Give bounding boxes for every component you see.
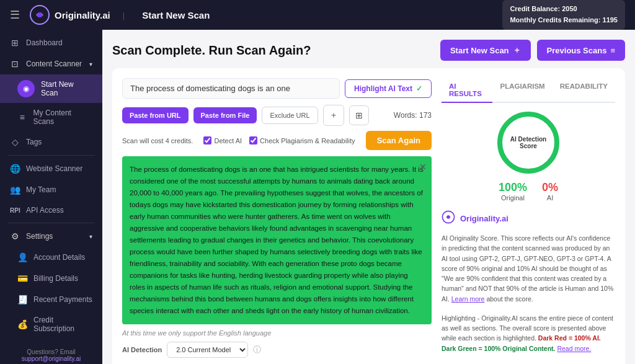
result-description-2: Highlighting - Originality.AI scans the … (442, 313, 615, 353)
logo-text: Originality.ai (55, 10, 110, 20)
scan-left-panel: Highlight AI Text ✓ Paste from URL Paste… (122, 78, 432, 364)
sidebar-item-my-content-scans[interactable]: ≡ My Content Scans (0, 103, 102, 131)
sidebar-item-label: Settings (26, 232, 53, 241)
svg-point-1 (37, 12, 42, 17)
exclude-url-button[interactable]: Exclude URL (262, 107, 318, 124)
sidebar-item-my-team[interactable]: 👥 My Team (0, 179, 102, 200)
originality-brand: Originality.ai (442, 210, 615, 227)
read-more-link[interactable]: Read more. (557, 345, 591, 352)
sidebar-item-start-new-scan[interactable]: ◉ Start New Scan (0, 74, 102, 103)
sidebar-item-label: My Team (26, 185, 56, 194)
billing-icon: 💳 (17, 273, 27, 283)
info-icon[interactable]: ⓘ (253, 344, 261, 355)
active-indicator: ◉ (17, 80, 35, 97)
highlight-ai-text-button[interactable]: Highlight AI Text ✓ (345, 79, 432, 98)
sidebar-item-billing-details[interactable]: 💳 Billing Details (0, 268, 102, 289)
score-circle-label: AI Detection Score (502, 136, 554, 149)
scan-header: Scan Complete. Run Scan Again? Start New… (112, 40, 625, 61)
logo-icon (30, 5, 50, 25)
sidebar-item-dashboard[interactable]: ⊞ Dashboard (0, 32, 102, 53)
originality-brand-icon (442, 210, 455, 227)
detect-ai-checkbox[interactable] (203, 136, 211, 144)
highlighted-text-block: ✕ The process of domesticating dogs is a… (122, 156, 432, 324)
content-scanner-icon: ⊡ (10, 59, 20, 69)
dashboard-icon: ⊞ (10, 38, 20, 48)
sidebar-item-label: Account Details (33, 253, 85, 262)
sidebar-item-label: API Access (26, 206, 64, 215)
new-scan-label: Start New Scan (450, 46, 509, 55)
account-icon: 👤 (17, 252, 27, 262)
sidebar-item-label: Website Scanner (26, 164, 82, 173)
sidebar-item-account-details[interactable]: 👤 Account Details (0, 247, 102, 268)
sidebar-item-tags[interactable]: ◇ Tags (0, 131, 102, 153)
paste-from-file-button[interactable]: Paste from File (193, 107, 257, 123)
credit-balance-label: Credit Balance: (510, 5, 560, 12)
logo: Originality.ai (30, 5, 110, 25)
payments-icon: 🧾 (17, 295, 27, 304)
prev-scans-label: Previous Scans (547, 46, 607, 55)
ai-percentage: 0% (542, 181, 558, 194)
support-email-link[interactable]: support@originality.ai (22, 355, 81, 362)
highlight-label: Highlight AI Text (354, 84, 412, 93)
hamburger-icon[interactable]: ☰ (10, 8, 20, 22)
sidebar-divider-2 (7, 223, 95, 223)
sidebar-item-content-scanner[interactable]: ⊡ Content Scanner ▾ (0, 53, 102, 74)
originality-brand-name: Originality.ai (460, 214, 508, 223)
sidebar-item-label: Start New Scan (41, 80, 92, 97)
plagiarism-checkbox-label[interactable]: Check Plagiarism & Readability (249, 136, 355, 144)
ai-detection-select[interactable]: 2.0 Current Model (167, 342, 248, 358)
paste-from-url-button[interactable]: Paste from URL (122, 107, 189, 123)
sidebar-item-label: Content Scanner (26, 60, 82, 68)
plagiarism-checkbox[interactable] (249, 136, 257, 144)
scan-icon: ◉ (23, 84, 29, 93)
sidebar-item-api-access[interactable]: RPI API Access (0, 200, 102, 220)
menu-icon: ≡ (610, 46, 615, 55)
language-note: At this time we only support the English… (122, 329, 432, 337)
sidebar-item-label: Billing Details (33, 274, 78, 283)
support-text: Questions? Email support@originality.ai (7, 346, 95, 364)
credit-balance-value: 2050 (562, 5, 577, 12)
svg-point-3 (446, 215, 450, 219)
close-highlight-button[interactable]: ✕ (419, 160, 427, 174)
main-content: Scan Complete. Run Scan Again? Start New… (102, 30, 635, 364)
learn-more-link[interactable]: Learn more (451, 295, 485, 303)
sidebar-item-recent-payments[interactable]: 🧾 Recent Payments (0, 289, 102, 310)
scan-text-input[interactable] (122, 78, 340, 99)
monthly-credits-value: 1195 (603, 16, 618, 24)
sidebar-bottom: Questions? Email support@originality.ai … (0, 341, 102, 364)
tags-icon: ◇ (10, 137, 20, 147)
chevron-down-icon-2: ▾ (89, 233, 92, 240)
tab-plagiarism[interactable]: PLAGIARISM (492, 78, 552, 103)
tab-readability[interactable]: READABILITY (553, 78, 615, 103)
add-icon-button[interactable]: ＋ (323, 105, 344, 126)
original-score: 100% Original (499, 181, 527, 202)
ai-label: AI (542, 194, 558, 202)
sidebar-item-website-scanner[interactable]: 🌐 Website Scanner (0, 158, 102, 179)
sidebar: ⊞ Dashboard ⊡ Content Scanner ▾ ◉ Start … (0, 30, 102, 364)
monthly-credits-label: Monthly Credits Remaining: (510, 16, 600, 24)
scan-again-button[interactable]: Scan Again (366, 131, 432, 150)
checkmark-icon: ✓ (416, 84, 422, 93)
sidebar-item-label: My Content Scans (33, 109, 92, 126)
sidebar-item-label: Recent Payments (33, 295, 92, 304)
api-icon: RPI (10, 207, 20, 214)
chevron-down-icon: ▾ (89, 61, 92, 68)
result-tabs: AI RESULTS PLAGIARISM READABILITY (442, 78, 615, 103)
start-new-scan-button[interactable]: Start New Scan ＋ (440, 40, 531, 61)
detect-ai-checkbox-label[interactable]: Detect AI (203, 136, 242, 144)
highlighted-content: The process of domesticating dogs is an … (130, 166, 424, 314)
settings-icon: ⚙ (10, 231, 20, 241)
sidebar-divider (7, 155, 95, 156)
checkboxes-row: Scan will cost 4 credits. Detect AI Chec… (122, 131, 432, 150)
word-count: Words: 173 (394, 111, 432, 120)
previous-scans-button[interactable]: Previous Scans ≡ (537, 40, 625, 61)
tab-ai-results[interactable]: AI RESULTS (442, 78, 492, 103)
sidebar-item-settings[interactable]: ⚙ Settings ▾ (0, 226, 102, 247)
sidebar-item-credit-subscription[interactable]: 💰 Credit Subscription (0, 310, 102, 339)
topbar: ☰ Originality.ai | Start New Scan Credit… (0, 0, 635, 30)
ai-detection-row: AI Detection 2.0 Current Model ⓘ (122, 342, 432, 358)
detect-ai-label: Detect AI (214, 137, 242, 144)
copy-icon-button[interactable]: ⊞ (349, 105, 369, 125)
website-scanner-icon: 🌐 (10, 164, 20, 174)
scan-title: Scan Complete. Run Scan Again? (112, 43, 311, 58)
